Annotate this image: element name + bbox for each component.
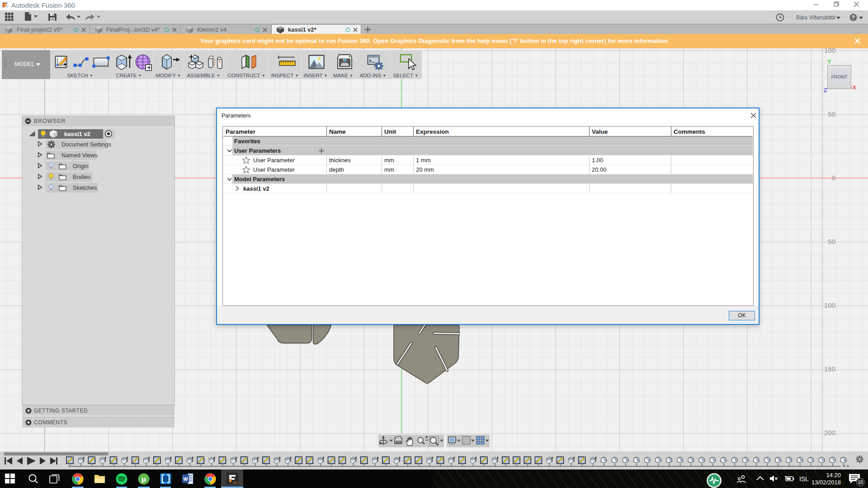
svg-text:µ: µ [142,475,146,483]
svg-text:360: 360 [233,481,237,484]
svg-text:W: W [183,476,188,482]
svg-text:?: ? [852,14,855,21]
svg-text:10: 10 [858,479,863,485]
